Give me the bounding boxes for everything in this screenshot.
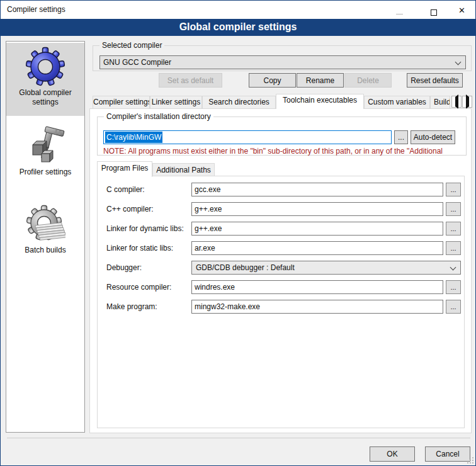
debugger-label: Debugger: [106,263,142,272]
close-icon: ✕ [451,1,472,20]
minimize-icon [396,14,403,14]
sidebar-item-label: Batch builds [6,244,84,259]
sidebar-item-profiler-settings[interactable]: Profiler settings [6,122,84,188]
resource-compiler-browse-button[interactable]: ... [446,280,461,294]
field-row: Linker for dynamic libs: ... [106,222,461,236]
tab-compiler-settings[interactable]: Compiler settings [93,96,150,109]
c-compiler-label: C compiler: [106,185,145,194]
make-program-label: Make program: [106,302,157,311]
arrow-right-icon [466,94,469,109]
linker-dynamic-label: Linker for dynamic libs: [106,224,184,233]
field-row: C++ compiler: ... [106,202,461,216]
arrow-left-icon [455,94,458,109]
field-row: Linker for static libs: ... [106,241,461,255]
field-row: Make program: ... [106,300,461,314]
close-button[interactable]: ✕ [448,1,476,19]
field-row: Debugger: GDB/CDB debugger : Default [106,261,461,275]
cancel-button[interactable]: Cancel [425,446,470,462]
selected-compiler-group-label: Selected compiler [99,41,164,50]
linker-static-label: Linker for static libs: [106,244,173,253]
window-title: Compiler settings [7,5,65,14]
caliper-icon [25,126,65,166]
installation-directory-value: C:\raylib\MinGW [105,132,162,143]
cpp-compiler-input[interactable] [191,202,443,216]
titlebar[interactable]: Compiler settings ✕ [1,1,475,19]
sidebar-item-label: Profiler settings [6,166,84,181]
linker-dynamic-input[interactable] [191,222,443,236]
compiler-select-value: GNU GCC Compiler [103,58,171,67]
make-program-browse-button[interactable]: ... [446,300,461,314]
installation-directory-input[interactable]: C:\raylib\MinGW [103,130,392,144]
tab-linker-settings[interactable]: Linker settings [150,96,202,109]
debugger-select-value: GDB/CDB debugger : Default [196,263,295,272]
sidebar-item-global-compiler-settings[interactable]: Global compiler settings [6,43,84,116]
auto-detect-button[interactable]: Auto-detect [411,130,455,144]
selected-compiler-group: Selected compiler GNU GCC Compiler [93,45,472,71]
resource-compiler-input[interactable] [191,280,443,294]
set-as-default-button: Set as default [159,73,222,88]
minimize-button [385,1,414,19]
tab-scroll-left-button[interactable] [451,96,462,108]
reset-defaults-button[interactable]: Reset defaults [407,73,463,88]
ok-button[interactable]: OK [370,446,415,462]
page-title: Global compiler settings [1,19,475,36]
subtab-additional-paths[interactable]: Additional Paths [152,163,215,177]
linker-static-browse-button[interactable]: ... [446,241,461,255]
c-compiler-browse-button[interactable]: ... [446,183,461,196]
tab-toolchain-executables[interactable]: Toolchain executables [276,94,364,109]
browse-directory-button[interactable]: ... [394,130,408,144]
c-compiler-input[interactable] [191,183,443,196]
sidebar-item-label: Global compiler settings [6,87,84,111]
tab-scroll-right-button[interactable] [462,96,472,108]
compiler-select[interactable]: GNU GCC Compiler [99,55,466,69]
subtab-program-files[interactable]: Program Files [97,161,152,177]
field-row: C compiler: ... [106,183,461,196]
gear-stack-icon [25,204,65,244]
resource-compiler-label: Resource compiler: [106,283,171,292]
delete-button: Delete [344,73,392,88]
debugger-select[interactable]: GDB/CDB debugger : Default [191,261,461,275]
resize-grip[interactable] [467,457,473,463]
rename-button[interactable]: Rename [297,73,344,88]
maximize-button[interactable] [419,1,448,19]
settings-category-list: Global compiler settings [6,41,85,433]
make-program-input[interactable] [191,300,443,314]
compiler-settings-dialog: Compiler settings ✕ Global compiler sett… [0,0,476,466]
footer-divider [7,438,470,438]
chevron-down-icon [455,59,462,65]
cpp-compiler-browse-button[interactable]: ... [446,202,461,216]
maximize-icon [431,9,437,16]
sidebar-item-batch-builds[interactable]: Batch builds [6,200,84,266]
copy-button[interactable]: Copy [249,73,296,88]
field-row: Resource compiler: ... [106,280,461,294]
linker-dynamic-browse-button[interactable]: ... [446,222,461,236]
tab-search-directories[interactable]: Search directories [202,96,276,109]
note-text: NOTE: All programs must exist either in … [103,147,465,156]
chevron-down-icon [450,264,456,271]
cpp-compiler-label: C++ compiler: [106,205,154,213]
gear-blue-icon [25,47,65,87]
tab-build-options-truncated[interactable]: Build [430,96,450,109]
installation-directory-group-label: Compiler's installation directory [104,112,213,121]
tab-custom-variables[interactable]: Custom variables [364,96,430,109]
linker-static-input[interactable] [191,241,443,255]
